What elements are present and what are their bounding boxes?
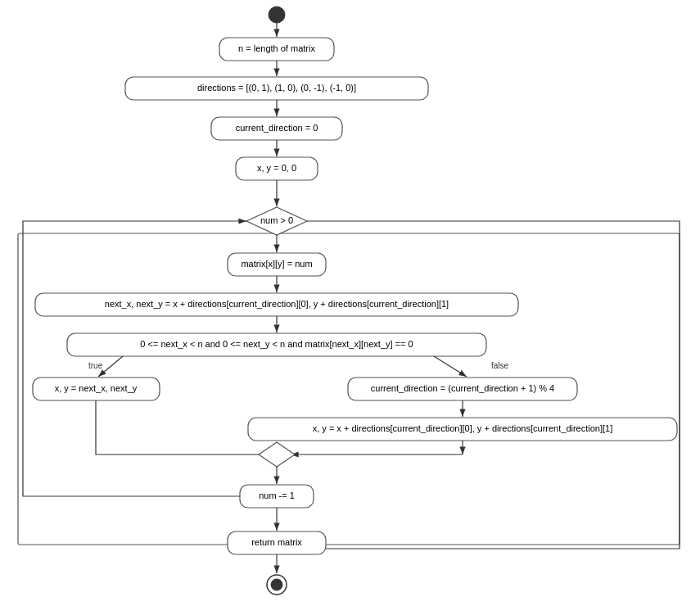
cur-dir-update-text: current_direction = (current_direction +… xyxy=(371,383,554,393)
xy-text: x, y = 0, 0 xyxy=(257,163,296,173)
merge-diamond xyxy=(259,442,295,467)
end-circle-inner xyxy=(271,579,282,590)
num-condition-text: num > 0 xyxy=(260,215,293,225)
directions-text: directions = [(0, 1), (1, 0), (0, -1), (… xyxy=(197,83,356,93)
arrow-cond2-false xyxy=(434,356,467,377)
cur-dir-text: current_direction = 0 xyxy=(236,123,318,133)
xy-update-text: x, y = x + directions[current_direction]… xyxy=(313,423,613,433)
next-xy-text: next_x, next_y = x + directions[current_… xyxy=(105,299,449,309)
start-circle xyxy=(269,7,285,23)
matrix-assign-text: matrix[x][y] = num xyxy=(241,259,312,269)
true-label: true xyxy=(88,361,103,370)
n-assign-text: n = length of matrix xyxy=(238,43,315,53)
return-text: return matrix xyxy=(251,537,302,547)
num-dec-text: num -= 1 xyxy=(259,491,295,500)
false-label: false xyxy=(491,361,509,370)
diagram-container: n = length of matrix directions = [(0, 1… xyxy=(0,0,700,615)
xy-next-text: x, y = next_x, next_y xyxy=(55,383,138,393)
cond2-text: 0 <= next_x < n and 0 <= next_y < n and … xyxy=(140,339,413,349)
